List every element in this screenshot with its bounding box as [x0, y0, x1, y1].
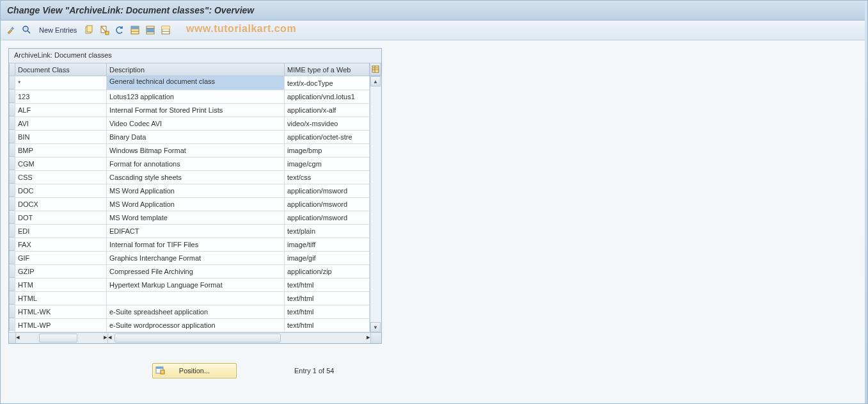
row-selector[interactable] [9, 197, 15, 210]
cell-doc-class[interactable]: HTML-WK [15, 305, 107, 319]
cell-description[interactable]: MS Word Application [107, 198, 285, 211]
select-block-icon[interactable] [145, 24, 156, 36]
cell-description[interactable]: Video Codec AVI [107, 117, 285, 131]
row-selector[interactable] [9, 264, 15, 277]
row-selector[interactable] [9, 304, 15, 318]
cell-description[interactable]: Internal Format for Stored Print Lists [107, 104, 285, 117]
row-selector[interactable] [9, 170, 15, 183]
row-selector[interactable] [9, 291, 15, 304]
cell-description[interactable]: e-Suite wordprocessor application [107, 319, 285, 332]
copy-as-icon[interactable] [83, 24, 95, 36]
delete-icon[interactable] [99, 24, 110, 36]
table-row[interactable]: BMPWindows Bitmap Formatimage/bmp [15, 144, 370, 158]
cell-mime[interactable]: text/html [285, 305, 370, 319]
row-selector[interactable] [9, 318, 15, 331]
cell-doc-class[interactable]: HTML [15, 292, 107, 305]
row-selector[interactable] [9, 250, 15, 264]
column-header-mime[interactable]: MIME type of a Web [285, 63, 370, 76]
hscroll-main[interactable]: ◂ ▸ [108, 333, 370, 343]
vertical-scrollbar[interactable]: ▲ ▼ [370, 76, 381, 332]
table-row[interactable]: CSSCascading style sheetstext/css [15, 171, 370, 184]
cell-doc-class[interactable]: DOC [15, 184, 107, 198]
cell-mime[interactable]: application/x-alf [285, 104, 370, 117]
cell-description[interactable]: General technical document class [107, 76, 285, 90]
table-row[interactable]: BINBinary Dataapplication/octet-stre [15, 131, 370, 144]
table-row[interactable]: DOCMS Word Applicationapplication/msword [15, 184, 370, 198]
cell-doc-class[interactable]: DOCX [15, 198, 107, 211]
cell-mime[interactable]: text/plain [285, 225, 370, 238]
table-row[interactable]: DOTMS Word templateapplication/msword [15, 211, 370, 225]
scroll-up-icon[interactable]: ▲ [370, 76, 381, 86]
row-selector[interactable] [9, 76, 15, 89]
cell-mime[interactable]: application/zip [285, 265, 370, 279]
cell-description[interactable]: Windows Bitmap Format [107, 144, 285, 158]
cell-mime[interactable]: video/x-msvideo [285, 117, 370, 131]
cell-doc-class[interactable]: CGM [15, 158, 107, 171]
row-selector[interactable] [9, 129, 15, 143]
cell-description[interactable]: Graphics Interchange Format [107, 252, 285, 265]
scroll-right-icon-1[interactable]: ▸ [104, 333, 107, 343]
hscroll-lead-thumb[interactable] [39, 334, 77, 343]
row-selector[interactable] [9, 116, 15, 129]
cell-mime[interactable]: application/msword [285, 184, 370, 198]
row-selector[interactable] [9, 237, 15, 250]
cell-description[interactable]: Format for annotations [107, 158, 285, 171]
deselect-all-icon[interactable] [160, 24, 171, 36]
cell-mime[interactable]: text/css [285, 171, 370, 184]
cell-mime[interactable]: text/html [285, 319, 370, 332]
cell-description[interactable]: MS Word template [107, 211, 285, 225]
table-row[interactable]: 123Lotus123 applicationapplication/vnd.l… [15, 90, 370, 104]
row-selector[interactable] [9, 277, 15, 291]
cell-doc-class[interactable]: DOT [15, 211, 107, 225]
row-selector[interactable] [9, 183, 15, 197]
hscroll-main-thumb[interactable] [114, 334, 281, 343]
table-row[interactable]: GIFGraphics Interchange Formatimage/gif [15, 252, 370, 265]
row-selector-header[interactable] [9, 63, 15, 76]
table-row[interactable]: AVIVideo Codec AVIvideo/x-msvideo [15, 117, 370, 131]
table-row[interactable]: EDIEDIFACTtext/plain [15, 225, 370, 238]
find-icon[interactable] [21, 24, 33, 36]
cell-doc-class[interactable]: EDI [15, 225, 107, 238]
cell-mime[interactable]: text/html [285, 279, 370, 292]
cell-doc-class[interactable]: FAX [15, 238, 107, 252]
cell-doc-class[interactable]: GZIP [15, 265, 107, 279]
cell-description[interactable]: Lotus123 application [107, 90, 285, 104]
cell-doc-class[interactable]: GIF [15, 252, 107, 265]
cell-mime[interactable]: text/x-docType [285, 76, 370, 90]
hscroll-lead-track[interactable] [20, 333, 104, 343]
cell-doc-class[interactable]: HTML-WP [15, 319, 107, 332]
cell-description[interactable] [107, 292, 285, 305]
cell-mime[interactable]: application/msword [285, 198, 370, 211]
row-selector[interactable] [9, 102, 15, 116]
toggle-display-change-icon[interactable] [6, 24, 17, 36]
scroll-down-icon[interactable]: ▼ [370, 322, 381, 332]
cell-description[interactable]: Hypertext Markup Language Format [107, 279, 285, 292]
select-all-icon[interactable] [129, 24, 141, 36]
undo-change-icon[interactable] [114, 24, 125, 36]
table-row[interactable]: HTMLtext/html [15, 292, 370, 305]
table-row[interactable]: HTMHypertext Markup Language Formattext/… [15, 279, 370, 292]
cell-mime[interactable]: image/cgm [285, 158, 370, 171]
row-selector[interactable] [9, 143, 15, 156]
position-button[interactable]: Position... [152, 363, 237, 378]
cell-doc-class[interactable]: HTM [15, 279, 107, 292]
table-row[interactable]: HTML-WKe-Suite spreadsheet applicationte… [15, 305, 370, 319]
table-row[interactable]: ALFInternal Format for Stored Print List… [15, 104, 370, 117]
table-row[interactable]: HTML-WPe-Suite wordprocessor application… [15, 319, 370, 332]
column-header-description[interactable]: Description [107, 63, 285, 76]
table-row[interactable]: GZIPCompressed File Archivingapplication… [15, 265, 370, 279]
row-selector[interactable] [9, 89, 15, 102]
cell-mime[interactable]: application/msword [285, 211, 370, 225]
table-row[interactable]: *General technical document classtext/x-… [15, 76, 370, 90]
hscroll-lead[interactable]: ◂ ▸ [16, 333, 108, 343]
table-row[interactable]: DOCXMS Word Applicationapplication/mswor… [15, 198, 370, 211]
table-row[interactable]: FAXInternal format for TIFF Filesimage/t… [15, 238, 370, 252]
cell-description[interactable]: Compressed File Archiving [107, 265, 285, 279]
column-header-doc-class[interactable]: Document Class [15, 63, 107, 76]
cell-doc-class[interactable]: BIN [15, 131, 107, 144]
table-settings-icon[interactable] [370, 63, 381, 76]
cell-description[interactable]: MS Word Application [107, 184, 285, 198]
cell-mime[interactable]: image/gif [285, 252, 370, 265]
row-selector[interactable] [9, 223, 15, 237]
cell-mime[interactable]: text/html [285, 292, 370, 305]
